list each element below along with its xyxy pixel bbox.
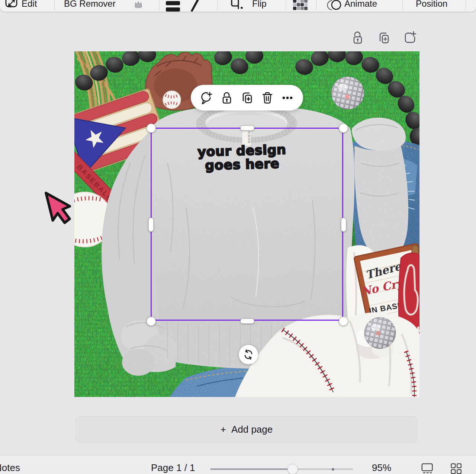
add-comment-button[interactable] (199, 89, 214, 106)
draw-brush-icon[interactable] (187, 0, 202, 12)
transparency-checker-icon[interactable] (293, 0, 308, 12)
toolbar-divider (54, 0, 55, 10)
zoom-slider-thumb[interactable] (287, 464, 298, 474)
trash-icon (261, 91, 274, 105)
top-toolbar: Edit BG Remover Flip (0, 0, 476, 12)
unlock-icon (221, 91, 233, 105)
bg-remover-button[interactable]: BG Remover (64, 0, 116, 9)
pages-view-icon[interactable] (419, 463, 435, 474)
add-page-icon[interactable] (403, 31, 417, 45)
selection-handle-bottom[interactable] (240, 318, 254, 324)
add-comment-icon (200, 91, 213, 105)
animate-button[interactable]: Animate (344, 0, 377, 9)
duplicate-button[interactable] (239, 89, 254, 106)
toolbar-divider (217, 0, 218, 10)
more-options-icon (281, 91, 294, 105)
unlock-page-icon[interactable] (351, 31, 364, 45)
selection-handle-bottom-right[interactable] (339, 317, 348, 326)
animate-icon[interactable] (327, 0, 342, 12)
selection-handle-top[interactable] (240, 125, 254, 131)
zoom-slider-marker (332, 468, 334, 471)
selection-handle-left[interactable] (148, 218, 154, 232)
flip-button[interactable]: Flip (252, 0, 267, 9)
selection-handle-right[interactable] (341, 218, 346, 232)
selection-handle-top-right[interactable] (339, 124, 348, 133)
element-context-toolbar (191, 85, 303, 111)
more-options-button[interactable] (280, 89, 295, 106)
position-button[interactable]: Position (416, 0, 447, 9)
page-indicator: Page 1 / 1 (151, 462, 195, 474)
toolbar-divider (159, 0, 160, 10)
selection-box[interactable] (151, 128, 343, 321)
grid-view-icon[interactable] (448, 463, 464, 474)
plus-icon: + (221, 424, 226, 435)
toolbar-divider (402, 0, 403, 10)
rotate-icon (243, 349, 254, 360)
bottom-bar: Notes Page 1 / 1 95% (0, 455, 476, 474)
lock-button[interactable] (219, 89, 234, 106)
duplicate-icon (240, 91, 254, 105)
toolbar-divider (316, 0, 316, 10)
zoom-slider-track[interactable] (293, 468, 353, 470)
disco-ball-bottom (364, 317, 396, 349)
toolbar-divider (286, 0, 286, 10)
zoom-percentage[interactable]: 95% (372, 462, 391, 474)
delete-button[interactable] (260, 89, 275, 106)
disco-ball-top (331, 77, 364, 109)
zoom-slider-track-filled[interactable] (210, 468, 293, 470)
selection-handle-bottom-left[interactable] (147, 317, 156, 326)
notes-button[interactable]: Notes (0, 462, 20, 474)
add-page-label: Add page (231, 424, 273, 435)
toolbar-divider (466, 0, 466, 10)
selection-handle-top-left[interactable] (147, 124, 156, 133)
adjust-sliders-icon[interactable] (166, 0, 181, 12)
edit-button[interactable]: Edit (22, 0, 37, 9)
duplicate-page-icon[interactable] (377, 31, 390, 45)
editor-stage: Edit BG Remover Flip (0, 0, 476, 474)
cursor-arrow (46, 188, 74, 225)
add-page-button[interactable]: + Add page (75, 416, 418, 443)
edit-photo-icon[interactable] (4, 0, 19, 11)
crop-icon[interactable] (227, 0, 244, 12)
pro-crown-icon (134, 1, 143, 9)
rotate-handle[interactable] (239, 345, 258, 364)
